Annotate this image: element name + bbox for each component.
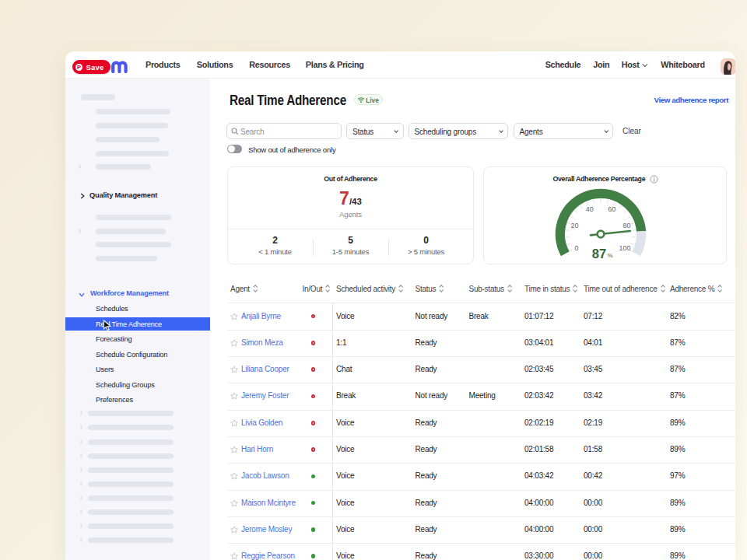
- svg-text:20: 20: [570, 222, 578, 229]
- svg-text:%: %: [608, 252, 613, 259]
- svg-text:80: 80: [623, 222, 631, 229]
- svg-text:0: 0: [574, 244, 578, 252]
- svg-text:40: 40: [586, 205, 594, 213]
- svg-text:87: 87: [592, 247, 606, 261]
- svg-text:60: 60: [608, 205, 615, 213]
- svg-text:100: 100: [619, 244, 630, 252]
